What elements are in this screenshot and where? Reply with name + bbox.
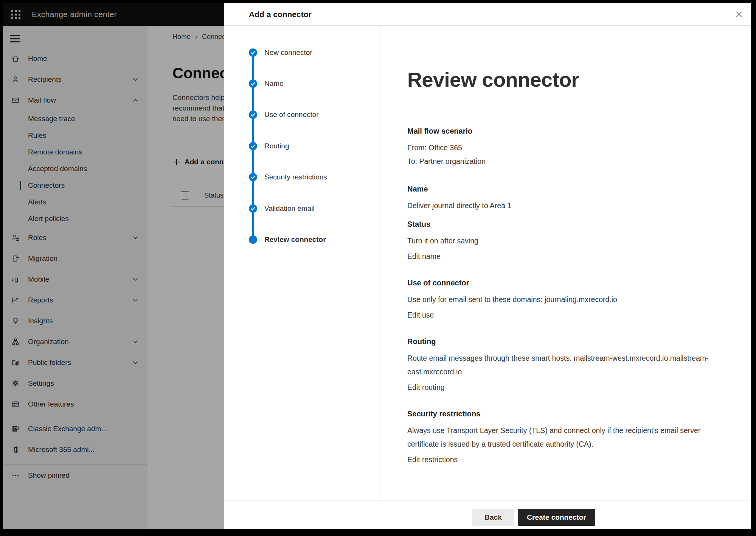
step-complete-icon <box>249 111 257 119</box>
edit-use-link[interactable]: Edit use <box>407 309 434 321</box>
edit-restrictions-link[interactable]: Edit restrictions <box>407 454 458 465</box>
security-value: Always use Transport Layer Security (TLS… <box>407 424 728 451</box>
section-security-restrictions: Security restrictions Always use Transpo… <box>407 410 728 465</box>
section-routing: Routing Route email messages through the… <box>407 337 728 393</box>
review-panel: Review connector Mail flow scenario From… <box>380 25 751 501</box>
review-title: Review connector <box>407 68 728 91</box>
step-complete-icon <box>249 48 257 57</box>
connector-name-value: Deliver journal directly to Area 1 <box>407 199 728 212</box>
dialog-footer: Back Create connector <box>224 500 751 529</box>
close-icon <box>735 10 743 19</box>
use-value: Use only for email sent to these domains… <box>407 293 728 306</box>
section-use-of-connector: Use of connector Use only for email sent… <box>407 279 728 321</box>
routing-value: Route email messages through these smart… <box>407 351 728 379</box>
status-value: Turn it on after saving <box>407 234 728 248</box>
screenshot-root: { "topbar": { "app_title": "Exchange adm… <box>0 0 756 536</box>
wizard-steps: New connector Name Use of connector Rout… <box>224 25 380 501</box>
dialog-header: Add a connector <box>224 3 751 26</box>
step-complete-icon <box>249 142 257 150</box>
add-connector-dialog: Add a connector New connector Name Use o… <box>224 3 751 529</box>
section-heading: Security restrictions <box>407 410 728 418</box>
step-complete-icon <box>249 79 257 88</box>
step-current-icon <box>249 235 257 244</box>
section-heading: Routing <box>407 337 728 346</box>
mail-flow-to: To: Partner organization <box>407 154 728 168</box>
close-button[interactable] <box>733 8 745 20</box>
app-window: Exchange admin center Home Recipients <box>3 3 751 529</box>
mail-flow-from: From: Office 365 <box>407 141 728 154</box>
section-heading: Mail flow scenario <box>407 127 728 136</box>
section-name: Name Deliver journal directly to Area 1 … <box>407 185 728 262</box>
step-complete-icon <box>249 173 257 181</box>
edit-routing-link[interactable]: Edit routing <box>407 382 445 393</box>
status-heading: Status <box>407 220 728 229</box>
back-button[interactable]: Back <box>472 509 514 526</box>
section-heading: Use of connector <box>407 279 728 287</box>
step-complete-icon <box>249 204 257 213</box>
section-mail-flow-scenario: Mail flow scenario From: Office 365 To: … <box>407 127 728 168</box>
create-connector-button[interactable]: Create connector <box>518 509 595 526</box>
dialog-title: Add a connector <box>249 3 312 25</box>
edit-name-link[interactable]: Edit name <box>407 251 441 262</box>
section-heading: Name <box>407 185 728 193</box>
